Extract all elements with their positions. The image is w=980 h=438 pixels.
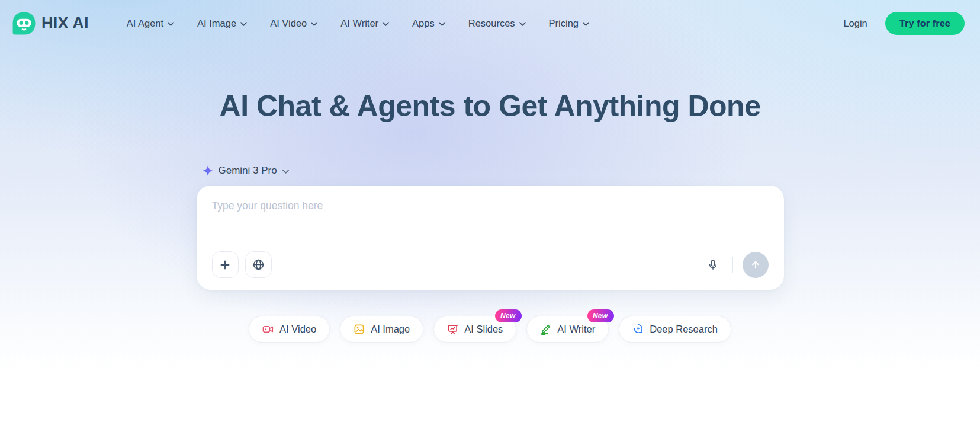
chip-label: AI Video [279, 324, 316, 335]
brand-name: HIX AI [41, 14, 89, 33]
chat-input[interactable] [212, 200, 769, 251]
chevron-down-icon [439, 22, 445, 26]
head-research-icon [632, 324, 644, 335]
header-actions: Login Try for free [843, 12, 965, 35]
pen-icon [540, 324, 551, 335]
chevron-down-icon [240, 22, 247, 26]
nav-label: AI Video [270, 18, 307, 29]
chat-section: Gemini 3 Pro [197, 165, 784, 343]
header: HIX AI AI Agent AI Image AI Video AI Wri… [0, 0, 980, 46]
chevron-down-icon [383, 22, 389, 26]
nav-label: AI Agent [127, 18, 163, 29]
hix-logo-icon [12, 11, 36, 36]
web-search-button[interactable] [245, 251, 272, 278]
nav-resources[interactable]: Resources [468, 18, 526, 29]
nav-label: Pricing [549, 18, 579, 29]
brand-logo[interactable]: HIX AI [12, 11, 89, 36]
hero-section: AI Chat & Agents to Get Anything Done [0, 89, 980, 123]
login-link[interactable]: Login [843, 18, 867, 29]
new-badge: New [587, 309, 614, 322]
image-icon [354, 324, 365, 335]
chip-label: Deep Research [650, 324, 718, 335]
nav-label: Resources [468, 18, 515, 29]
model-name: Gemini 3 Pro [219, 165, 277, 177]
chip-ai-writer[interactable]: AI Writer New [526, 316, 609, 343]
microphone-icon [706, 258, 719, 271]
nav-ai-image[interactable]: AI Image [197, 18, 247, 29]
chevron-down-icon [519, 22, 526, 26]
chat-toolbar [212, 251, 769, 278]
chip-deep-research[interactable]: Deep Research [619, 316, 731, 343]
nav-apps[interactable]: Apps [412, 18, 445, 29]
chip-label: AI Writer [557, 324, 595, 335]
nav-ai-video[interactable]: AI Video [270, 18, 317, 29]
model-selector[interactable]: Gemini 3 Pro [203, 165, 289, 177]
nav-ai-agent[interactable]: AI Agent [127, 18, 174, 29]
chip-ai-image[interactable]: AI Image [340, 316, 423, 343]
nav-pricing[interactable]: Pricing [549, 18, 589, 29]
chevron-down-icon [311, 22, 317, 26]
new-badge: New [495, 309, 522, 322]
nav-label: AI Writer [340, 18, 378, 29]
main-nav: AI Agent AI Image AI Video AI Writer App… [127, 18, 589, 29]
try-for-free-button[interactable]: Try for free [885, 12, 965, 35]
gemini-sparkle-icon [203, 165, 213, 176]
chevron-down-icon [168, 22, 174, 26]
presentation-icon [447, 324, 458, 335]
plus-icon [219, 259, 231, 271]
nav-label: AI Image [197, 18, 236, 29]
chip-label: AI Slides [464, 324, 503, 335]
send-arrow-up-icon [750, 259, 761, 271]
voice-input-button[interactable] [703, 255, 723, 275]
chip-ai-slides[interactable]: AI Slides New [433, 316, 516, 343]
send-button[interactable] [743, 252, 769, 278]
nav-label: Apps [412, 18, 435, 29]
video-camera-icon [262, 324, 274, 335]
chat-toolbar-right [703, 252, 769, 278]
chat-input-card [197, 186, 784, 290]
chevron-down-icon [583, 22, 589, 26]
toolbar-divider [732, 257, 733, 273]
nav-ai-writer[interactable]: AI Writer [340, 18, 389, 29]
page-title: AI Chat & Agents to Get Anything Done [0, 89, 980, 123]
chevron-down-icon [282, 170, 289, 174]
attach-button[interactable] [212, 251, 239, 278]
quick-actions: AI Video AI Image AI Slides New [197, 316, 784, 343]
globe-icon [252, 258, 265, 271]
chip-ai-video[interactable]: AI Video [249, 316, 330, 343]
chip-label: AI Image [371, 324, 410, 335]
